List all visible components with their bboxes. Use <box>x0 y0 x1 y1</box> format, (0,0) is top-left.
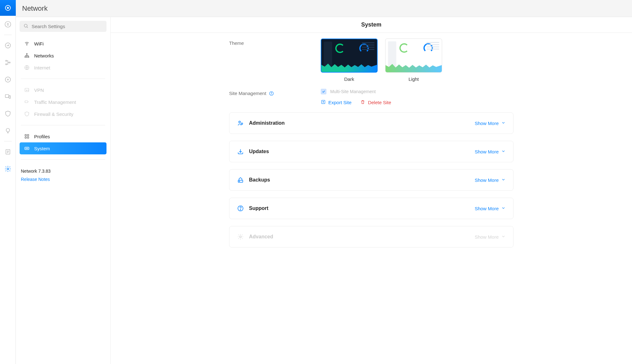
show-more-advanced[interactable]: Show More <box>475 234 506 240</box>
sidebar-item-label: Traffic Management <box>34 99 76 105</box>
card-header-administration[interactable]: Administration Show More <box>229 113 513 134</box>
card-updates: Updates Show More <box>229 141 514 162</box>
card-header-updates[interactable]: Updates Show More <box>229 141 513 162</box>
sidebar-item-networks[interactable]: Networks <box>20 50 106 62</box>
svg-point-8 <box>9 62 10 63</box>
theme-row: Theme <box>229 39 514 82</box>
topbar: Network <box>16 0 632 17</box>
chevron-down-icon <box>501 177 506 183</box>
rail-item-bulb[interactable] <box>0 122 16 139</box>
info-icon[interactable] <box>269 91 274 96</box>
svg-point-33 <box>26 148 26 149</box>
release-notes-link[interactable]: Release Notes <box>21 177 50 182</box>
theme-option-label: Dark <box>321 76 378 82</box>
main-title: System <box>111 17 632 33</box>
chevron-down-icon <box>501 206 506 211</box>
rail-item-devices[interactable] <box>0 88 16 105</box>
sidebar-item-label: Firewall & Security <box>34 111 73 117</box>
sidebar-item-vpn[interactable]: VPN <box>20 84 106 96</box>
show-more-updates[interactable]: Show More <box>475 149 506 154</box>
svg-rect-29 <box>27 134 29 136</box>
backup-icon <box>237 176 244 183</box>
rail-item-notes[interactable] <box>0 143 16 160</box>
sidebar-item-label: WiFi <box>34 41 44 46</box>
svg-point-21 <box>27 45 27 45</box>
sidebar-item-wifi[interactable]: WiFi <box>20 38 106 50</box>
export-icon <box>321 99 326 105</box>
chevron-down-icon <box>501 149 506 154</box>
svg-point-40 <box>239 121 241 123</box>
sidebar-item-firewall[interactable]: Firewall & Security <box>20 108 106 120</box>
trash-icon <box>360 99 365 105</box>
checkbox-icon <box>321 89 326 94</box>
icon-rail: B <box>0 0 16 364</box>
svg-point-35 <box>27 148 28 149</box>
rail-item-topology[interactable] <box>0 54 16 71</box>
sidebar-item-profiles[interactable]: Profiles <box>20 130 106 142</box>
main-scroll[interactable]: Theme <box>111 33 632 364</box>
sidebar-item-label: Internet <box>34 65 50 70</box>
site-management-row: Site Management Multi-Site Management <box>229 89 514 105</box>
help-icon <box>237 205 244 212</box>
show-more-backups[interactable]: Show More <box>475 177 506 183</box>
card-administration: Administration Show More <box>229 112 514 134</box>
theme-option-dark[interactable]: Dark <box>321 39 378 82</box>
search-box[interactable] <box>20 21 106 32</box>
download-icon <box>237 148 244 155</box>
svg-point-1 <box>7 7 9 9</box>
sidebar-item-system[interactable]: System <box>20 142 106 154</box>
theme-option-light[interactable]: Light <box>385 39 442 82</box>
app-container: Network WiFi Networks <box>16 0 632 364</box>
svg-rect-31 <box>27 137 29 139</box>
search-input[interactable] <box>32 24 103 29</box>
rail-item-speed[interactable] <box>0 37 16 54</box>
rail-item-radar[interactable] <box>0 71 16 88</box>
rail-item-b[interactable]: B <box>0 16 16 33</box>
svg-line-20 <box>27 27 28 28</box>
shield-icon <box>24 111 30 117</box>
vpn-icon <box>24 87 30 93</box>
card-header-backups[interactable]: Backups Show More <box>229 170 513 190</box>
site-management-label: Site Management <box>229 89 311 96</box>
globe-icon <box>24 65 30 70</box>
theme-thumb-light <box>385 39 442 73</box>
svg-point-10 <box>7 79 9 80</box>
svg-rect-11 <box>5 95 9 98</box>
svg-point-19 <box>24 24 27 27</box>
card-header-advanced[interactable]: Advanced Show More <box>229 226 513 247</box>
svg-point-24 <box>27 57 27 57</box>
rail-item-settings[interactable] <box>0 160 16 177</box>
theme-option-label: Light <box>385 76 442 82</box>
sidebar-item-internet[interactable]: Internet <box>20 62 106 74</box>
card-header-support[interactable]: Support Show More <box>229 198 513 219</box>
networks-icon <box>24 53 30 58</box>
theme-label: Theme <box>229 39 311 46</box>
show-more-support[interactable]: Show More <box>475 206 506 211</box>
svg-point-9 <box>5 77 10 82</box>
svg-point-6 <box>5 60 7 62</box>
svg-point-22 <box>27 53 27 54</box>
svg-point-38 <box>271 92 271 92</box>
system-icon <box>24 146 30 151</box>
version-label: Network 7.3.83 <box>21 169 105 174</box>
svg-line-5 <box>8 45 9 45</box>
svg-point-18 <box>7 168 9 170</box>
search-icon <box>23 23 28 29</box>
card-advanced: Advanced Show More <box>229 226 514 248</box>
sidebar-item-label: System <box>34 146 50 151</box>
rail-item-security[interactable] <box>0 105 16 122</box>
app-logo[interactable] <box>0 0 16 16</box>
gear-icon <box>237 233 244 240</box>
svg-point-7 <box>5 64 7 65</box>
sidebar-item-label: Networks <box>34 53 54 58</box>
export-site-button[interactable]: Export Site <box>321 99 351 105</box>
wifi-icon <box>24 41 30 46</box>
sidebar-item-label: Profiles <box>34 134 50 139</box>
sidebar-item-traffic[interactable]: Traffic Management <box>20 96 106 108</box>
card-backups: Backups Show More <box>229 169 514 191</box>
delete-site-button[interactable]: Delete Site <box>360 99 391 105</box>
show-more-administration[interactable]: Show More <box>475 121 506 126</box>
svg-rect-30 <box>25 137 27 139</box>
theme-thumb-dark <box>321 39 378 73</box>
multi-site-checkbox[interactable]: Multi-Site Management <box>321 89 514 94</box>
